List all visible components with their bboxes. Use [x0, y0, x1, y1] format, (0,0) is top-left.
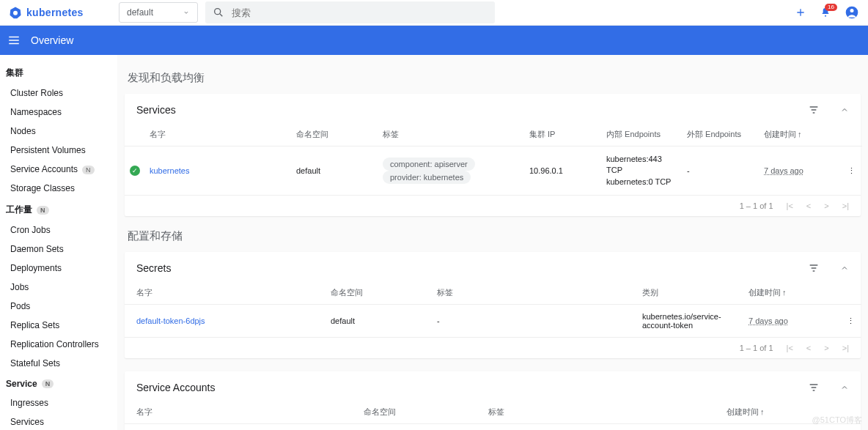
secret-namespace: default — [326, 305, 433, 338]
chevron-down-icon — [183, 9, 190, 16]
col-type[interactable]: 类别 — [638, 281, 744, 305]
chevron-up-icon — [840, 264, 849, 273]
page-last[interactable]: >| — [842, 344, 849, 352]
namespace-select[interactable]: default — [119, 2, 198, 23]
filter-button[interactable] — [808, 382, 820, 393]
row-actions-menu[interactable]: ⋮ — [840, 147, 862, 196]
filter-icon — [808, 382, 820, 393]
collapse-button[interactable] — [840, 382, 849, 393]
service-internal-endpoints: kubernetes:443 TCP kubernetes:0 TCP — [602, 147, 683, 196]
chevron-up-icon — [840, 105, 849, 114]
secrets-table: 名字 命名空间 标签 类别 创建时间↑ default-token-6dpjs … — [125, 281, 861, 337]
table-row: default-token-6dpjs default - kubernetes… — [125, 305, 861, 338]
sidebar-item[interactable]: Service AccountsN — [0, 160, 117, 179]
section-title-config: 配置和存储 — [128, 229, 861, 243]
row-actions-menu[interactable]: ⋮ — [839, 305, 861, 338]
table-row: default default - 7 days ago ⋮ — [125, 424, 861, 430]
services-footer: 1 – 1 of 1 |< < > >| — [125, 195, 861, 216]
pagination-text: 1 – 1 of 1 — [740, 201, 773, 210]
services-card: Services 名字 命名空间 标签 集群 IP 内部 Endpoints 外… — [125, 94, 861, 216]
service-external-endpoints: - — [683, 147, 760, 196]
svg-line-3 — [220, 14, 222, 16]
sidebar-item[interactable]: Stateful Sets — [0, 354, 117, 373]
secrets-card-title: Secrets — [136, 262, 171, 274]
col-namespace[interactable]: 命名空间 — [326, 281, 433, 305]
sidebar: 集群Cluster RolesNamespacesNodesPersistent… — [0, 55, 117, 430]
sidebar-item[interactable]: Persistent Volumes — [0, 141, 117, 160]
serviceaccounts-card-title: Service Accounts — [136, 382, 215, 393]
search-input[interactable] — [232, 7, 488, 18]
col-namespace[interactable]: 命名空间 — [359, 401, 484, 424]
sidebar-item[interactable]: Services — [0, 412, 117, 430]
search-icon — [213, 7, 224, 18]
sidebar-item[interactable]: Deployments — [0, 259, 117, 278]
col-name[interactable]: 名字 — [145, 123, 292, 147]
sidebar-heading[interactable]: 集群 — [0, 61, 117, 84]
sidebar-item[interactable]: Daemon Sets — [0, 240, 117, 259]
sidebar-heading[interactable]: 工作量N — [0, 198, 117, 220]
sidebar-item[interactable]: Cron Jobs — [0, 220, 117, 240]
add-button[interactable] — [795, 7, 806, 18]
secret-name-link[interactable]: default-token-6dpjs — [136, 316, 205, 325]
kubernetes-logo-icon — [9, 6, 22, 19]
page-prev[interactable]: < — [806, 344, 811, 352]
page-first[interactable]: |< — [787, 344, 793, 352]
filter-button[interactable] — [808, 262, 820, 274]
sa-namespace: default — [359, 424, 484, 430]
sidebar-item[interactable]: Cluster Roles — [0, 84, 117, 103]
filter-icon — [808, 104, 820, 116]
secrets-footer: 1 – 1 of 1 |< < > >| — [125, 337, 861, 358]
sidebar-item[interactable]: Replica Sets — [0, 316, 117, 335]
services-table: 名字 命名空间 标签 集群 IP 内部 Endpoints 外部 Endpoin… — [125, 123, 862, 195]
main-content: 发现和负载均衡 Services 名字 命名空间 标签 集群 IP 内部 End… — [117, 55, 868, 430]
sidebar-item[interactable]: Ingresses — [0, 393, 117, 412]
account-icon — [845, 5, 859, 20]
sidebar-item[interactable]: Pods — [0, 297, 117, 316]
col-name[interactable]: 名字 — [125, 401, 359, 424]
col-int-endpoints[interactable]: 内部 Endpoints — [602, 123, 683, 147]
col-namespace[interactable]: 命名空间 — [292, 123, 378, 147]
col-created[interactable]: 创建时间↑ — [744, 281, 839, 305]
sidebar-item[interactable]: Replication Controllers — [0, 335, 117, 354]
sidebar-heading[interactable]: ServiceN — [0, 373, 117, 393]
pagination-text: 1 – 1 of 1 — [740, 344, 773, 352]
topbar: kubernetes default 16 — [0, 0, 868, 26]
page-next[interactable]: > — [824, 201, 828, 210]
col-ext-endpoints[interactable]: 外部 Endpoints — [683, 123, 760, 147]
menu-toggle[interactable] — [7, 34, 21, 47]
col-labels[interactable]: 标签 — [378, 123, 525, 147]
notifications-button[interactable]: 16 — [820, 7, 831, 18]
service-created: 7 days ago — [764, 166, 803, 175]
sidebar-item[interactable]: Nodes — [0, 122, 117, 141]
hamburger-icon — [7, 34, 21, 47]
sa-labels: - — [484, 424, 722, 430]
services-card-title: Services — [136, 104, 176, 116]
service-name-link[interactable]: kubernetes — [150, 166, 189, 175]
filter-icon — [808, 262, 820, 274]
service-namespace: default — [292, 147, 378, 196]
col-clusterip[interactable]: 集群 IP — [525, 123, 602, 147]
filter-button[interactable] — [808, 104, 820, 116]
secret-type: kubernetes.io/service-account-token — [638, 305, 744, 338]
sidebar-item[interactable]: Storage Classes — [0, 179, 117, 198]
page-prev[interactable]: < — [806, 201, 811, 210]
status-ok-icon: ✓ — [130, 166, 140, 176]
page-next[interactable]: > — [824, 344, 828, 352]
sidebar-item[interactable]: Jobs — [0, 278, 117, 297]
page-first[interactable]: |< — [787, 201, 793, 210]
search-box[interactable] — [205, 1, 495, 23]
page-last[interactable]: >| — [842, 201, 849, 210]
collapse-button[interactable] — [840, 104, 849, 116]
col-labels[interactable]: 标签 — [433, 281, 638, 305]
serviceaccounts-table: 名字 命名空间 标签 创建时间↑ default default - 7 day… — [125, 401, 861, 430]
col-labels[interactable]: 标签 — [484, 401, 722, 424]
col-name[interactable]: 名字 — [125, 281, 326, 305]
sidebar-item[interactable]: Namespaces — [0, 103, 117, 122]
service-clusterip: 10.96.0.1 — [525, 147, 602, 196]
collapse-button[interactable] — [840, 262, 849, 274]
account-button[interactable] — [845, 5, 859, 20]
col-created[interactable]: 创建时间↑ — [760, 123, 840, 147]
logo[interactable]: kubernetes — [9, 6, 119, 19]
namespace-select-value: default — [127, 7, 153, 18]
notification-badge: 16 — [825, 4, 837, 11]
